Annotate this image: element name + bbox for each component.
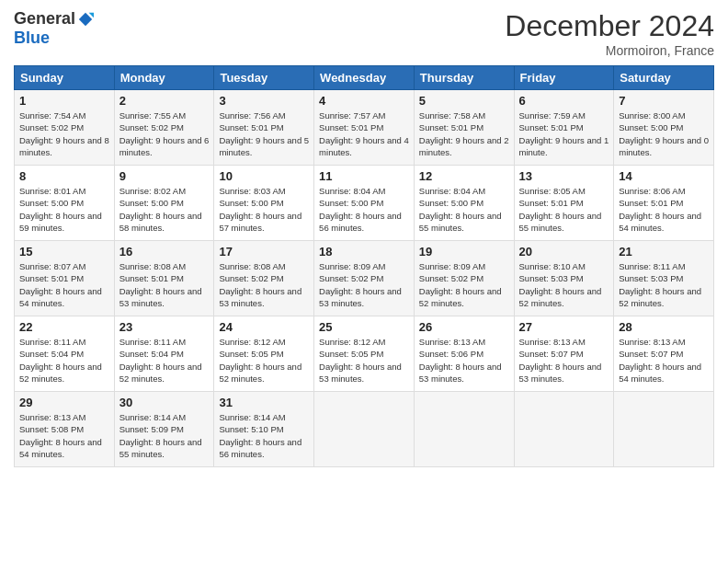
day-info: Sunrise: 8:13 AM Sunset: 5:06 PM Dayligh… xyxy=(419,336,509,385)
logo-blue-text: Blue xyxy=(14,29,50,47)
table-row: 27 Sunrise: 8:13 AM Sunset: 5:07 PM Dayl… xyxy=(514,316,614,392)
day-info: Sunrise: 8:10 AM Sunset: 5:03 PM Dayligh… xyxy=(519,260,609,309)
calendar-week-row: 8 Sunrise: 8:01 AM Sunset: 5:00 PM Dayli… xyxy=(15,166,714,241)
day-number: 28 xyxy=(619,320,709,334)
day-number: 22 xyxy=(19,320,109,334)
calendar-header-row: Sunday Monday Tuesday Wednesday Thursday… xyxy=(15,66,714,90)
table-row: 25 Sunrise: 8:12 AM Sunset: 5:05 PM Dayl… xyxy=(314,316,415,392)
day-number: 16 xyxy=(119,245,210,259)
day-number: 26 xyxy=(419,320,509,334)
table-row: 28 Sunrise: 8:13 AM Sunset: 5:07 PM Dayl… xyxy=(614,316,714,392)
day-info: Sunrise: 8:12 AM Sunset: 5:05 PM Dayligh… xyxy=(319,336,409,385)
day-number: 7 xyxy=(619,94,709,108)
day-info: Sunrise: 8:04 AM Sunset: 5:00 PM Dayligh… xyxy=(419,185,509,234)
day-info: Sunrise: 8:11 AM Sunset: 5:04 PM Dayligh… xyxy=(19,336,109,385)
day-number: 6 xyxy=(519,94,609,108)
day-info: Sunrise: 8:00 AM Sunset: 5:00 PM Dayligh… xyxy=(619,109,709,158)
table-row: 11 Sunrise: 8:04 AM Sunset: 5:00 PM Dayl… xyxy=(314,166,415,241)
calendar-week-row: 22 Sunrise: 8:11 AM Sunset: 5:04 PM Dayl… xyxy=(15,316,714,392)
day-info: Sunrise: 8:14 AM Sunset: 5:10 PM Dayligh… xyxy=(219,411,309,460)
table-row: 5 Sunrise: 7:58 AM Sunset: 5:01 PM Dayli… xyxy=(414,90,514,166)
day-info: Sunrise: 8:11 AM Sunset: 5:04 PM Dayligh… xyxy=(119,336,210,385)
day-info: Sunrise: 7:56 AM Sunset: 5:01 PM Dayligh… xyxy=(219,109,309,158)
table-row: 2 Sunrise: 7:55 AM Sunset: 5:02 PM Dayli… xyxy=(114,90,214,166)
header-tuesday: Tuesday xyxy=(214,66,314,90)
table-row: 15 Sunrise: 8:07 AM Sunset: 5:01 PM Dayl… xyxy=(15,241,115,316)
day-info: Sunrise: 8:05 AM Sunset: 5:01 PM Dayligh… xyxy=(519,185,609,234)
day-number: 14 xyxy=(619,169,709,183)
logo-icon xyxy=(77,11,94,28)
day-info: Sunrise: 7:55 AM Sunset: 5:02 PM Dayligh… xyxy=(119,109,210,158)
day-info: Sunrise: 8:02 AM Sunset: 5:00 PM Dayligh… xyxy=(119,185,210,234)
day-info: Sunrise: 8:04 AM Sunset: 5:00 PM Dayligh… xyxy=(319,185,409,234)
header-saturday: Saturday xyxy=(614,66,714,90)
day-number: 15 xyxy=(19,245,109,259)
day-info: Sunrise: 7:58 AM Sunset: 5:01 PM Dayligh… xyxy=(419,109,509,158)
table-row: 16 Sunrise: 8:08 AM Sunset: 5:01 PM Dayl… xyxy=(114,241,214,316)
month-title: December 2024 xyxy=(505,9,714,43)
table-row: 1 Sunrise: 7:54 AM Sunset: 5:02 PM Dayli… xyxy=(15,90,115,166)
day-info: Sunrise: 8:08 AM Sunset: 5:01 PM Dayligh… xyxy=(119,260,210,309)
table-row: 14 Sunrise: 8:06 AM Sunset: 5:01 PM Dayl… xyxy=(614,166,714,241)
table-row: 13 Sunrise: 8:05 AM Sunset: 5:01 PM Dayl… xyxy=(514,166,614,241)
day-info: Sunrise: 8:13 AM Sunset: 5:07 PM Dayligh… xyxy=(619,336,709,385)
day-info: Sunrise: 7:57 AM Sunset: 5:01 PM Dayligh… xyxy=(319,109,409,158)
day-info: Sunrise: 7:59 AM Sunset: 5:01 PM Dayligh… xyxy=(519,109,609,158)
header-monday: Monday xyxy=(114,66,214,90)
table-row: 22 Sunrise: 8:11 AM Sunset: 5:04 PM Dayl… xyxy=(15,316,115,392)
table-row: 17 Sunrise: 8:08 AM Sunset: 5:02 PM Dayl… xyxy=(214,241,314,316)
day-info: Sunrise: 7:54 AM Sunset: 5:02 PM Dayligh… xyxy=(19,109,109,158)
table-row xyxy=(314,392,415,467)
table-row: 10 Sunrise: 8:03 AM Sunset: 5:00 PM Dayl… xyxy=(214,166,314,241)
day-info: Sunrise: 8:03 AM Sunset: 5:00 PM Dayligh… xyxy=(219,185,309,234)
day-info: Sunrise: 8:07 AM Sunset: 5:01 PM Dayligh… xyxy=(19,260,109,309)
day-number: 12 xyxy=(419,169,509,183)
day-number: 30 xyxy=(119,396,210,409)
day-number: 23 xyxy=(119,320,210,334)
day-number: 27 xyxy=(519,320,609,334)
day-number: 31 xyxy=(219,396,309,409)
day-info: Sunrise: 8:14 AM Sunset: 5:09 PM Dayligh… xyxy=(119,411,210,460)
table-row: 20 Sunrise: 8:10 AM Sunset: 5:03 PM Dayl… xyxy=(514,241,614,316)
table-row xyxy=(514,392,614,467)
day-number: 8 xyxy=(19,169,109,183)
table-row: 19 Sunrise: 8:09 AM Sunset: 5:02 PM Dayl… xyxy=(414,241,514,316)
calendar-week-row: 29 Sunrise: 8:13 AM Sunset: 5:08 PM Dayl… xyxy=(15,392,714,467)
day-number: 2 xyxy=(119,94,210,108)
calendar-table: Sunday Monday Tuesday Wednesday Thursday… xyxy=(14,65,714,467)
location: Mormoiron, France xyxy=(505,43,714,58)
day-info: Sunrise: 8:08 AM Sunset: 5:02 PM Dayligh… xyxy=(219,260,309,309)
day-info: Sunrise: 8:12 AM Sunset: 5:05 PM Dayligh… xyxy=(219,336,309,385)
table-row: 31 Sunrise: 8:14 AM Sunset: 5:10 PM Dayl… xyxy=(214,392,314,467)
table-row: 8 Sunrise: 8:01 AM Sunset: 5:00 PM Dayli… xyxy=(15,166,115,241)
table-row: 21 Sunrise: 8:11 AM Sunset: 5:03 PM Dayl… xyxy=(614,241,714,316)
day-info: Sunrise: 8:06 AM Sunset: 5:01 PM Dayligh… xyxy=(619,185,709,234)
table-row: 29 Sunrise: 8:13 AM Sunset: 5:08 PM Dayl… xyxy=(15,392,115,467)
day-info: Sunrise: 8:11 AM Sunset: 5:03 PM Dayligh… xyxy=(619,260,709,309)
day-info: Sunrise: 8:01 AM Sunset: 5:00 PM Dayligh… xyxy=(19,185,109,234)
day-number: 9 xyxy=(119,169,210,183)
day-info: Sunrise: 8:13 AM Sunset: 5:07 PM Dayligh… xyxy=(519,336,609,385)
table-row: 4 Sunrise: 7:57 AM Sunset: 5:01 PM Dayli… xyxy=(314,90,415,166)
table-row: 23 Sunrise: 8:11 AM Sunset: 5:04 PM Dayl… xyxy=(114,316,214,392)
table-row: 26 Sunrise: 8:13 AM Sunset: 5:06 PM Dayl… xyxy=(414,316,514,392)
day-number: 21 xyxy=(619,245,709,259)
page: General Blue December 2024 Mormoiron, Fr… xyxy=(0,0,728,563)
table-row: 3 Sunrise: 7:56 AM Sunset: 5:01 PM Dayli… xyxy=(214,90,314,166)
header-friday: Friday xyxy=(514,66,614,90)
table-row xyxy=(614,392,714,467)
day-number: 20 xyxy=(519,245,609,259)
table-row: 30 Sunrise: 8:14 AM Sunset: 5:09 PM Dayl… xyxy=(114,392,214,467)
table-row: 12 Sunrise: 8:04 AM Sunset: 5:00 PM Dayl… xyxy=(414,166,514,241)
day-info: Sunrise: 8:09 AM Sunset: 5:02 PM Dayligh… xyxy=(319,260,409,309)
header-sunday: Sunday xyxy=(15,66,115,90)
day-number: 11 xyxy=(319,169,409,183)
table-row: 7 Sunrise: 8:00 AM Sunset: 5:00 PM Dayli… xyxy=(614,90,714,166)
day-number: 24 xyxy=(219,320,309,334)
day-number: 17 xyxy=(219,245,309,259)
calendar-week-row: 15 Sunrise: 8:07 AM Sunset: 5:01 PM Dayl… xyxy=(15,241,714,316)
table-row: 9 Sunrise: 8:02 AM Sunset: 5:00 PM Dayli… xyxy=(114,166,214,241)
day-number: 29 xyxy=(19,396,109,409)
day-number: 10 xyxy=(219,169,309,183)
table-row: 6 Sunrise: 7:59 AM Sunset: 5:01 PM Dayli… xyxy=(514,90,614,166)
